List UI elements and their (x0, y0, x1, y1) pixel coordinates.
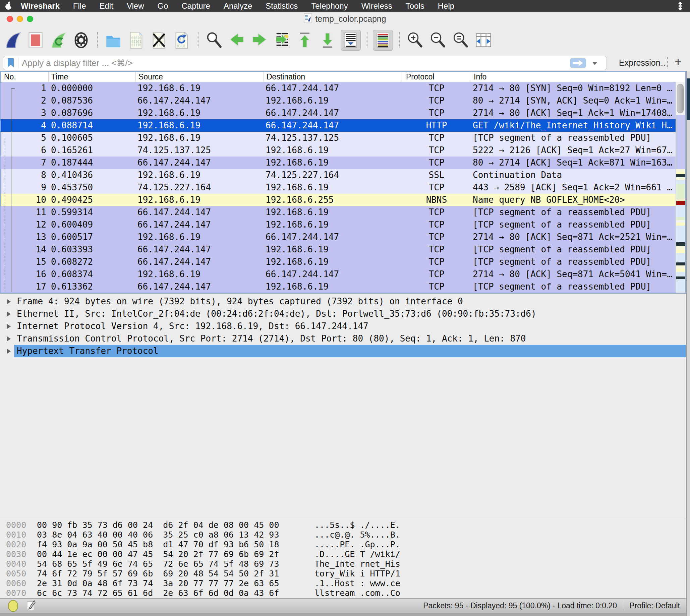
hex-ascii: llstream .com..Co (315, 588, 400, 598)
hex-row[interactable]: 00706c 6c 73 74 72 65 61 6d 2e 63 6f 6d … (0, 588, 686, 598)
toolbar-separator (97, 32, 98, 48)
packet-row-12[interactable]: 120.60040966.147.244.147192.168.6.19TCP[… (1, 219, 685, 231)
go-back-button[interactable] (227, 30, 247, 51)
display-filter-input[interactable] (3, 56, 607, 70)
menu-item-statistics[interactable]: Statistics (259, 0, 304, 12)
column-header-protocol[interactable]: Protocol (402, 72, 471, 82)
close-file-button[interactable]: 01010 01110 (149, 30, 169, 51)
packet-row-5[interactable]: 50.100605192.168.6.1974.125.137.125TCP[T… (1, 132, 685, 144)
packet-row-15[interactable]: 150.60827266.147.244.147192.168.6.19TCP[… (1, 256, 685, 268)
packet-row-4[interactable]: 40.088714192.168.6.1966.147.244.147HTTPG… (1, 119, 685, 132)
bookmark-icon[interactable] (7, 58, 15, 69)
capture-options-button[interactable] (71, 30, 91, 51)
stop-capture-button[interactable] (25, 30, 46, 51)
menu-item-capture[interactable]: Capture (175, 0, 217, 12)
restart-capture-button[interactable] (48, 30, 68, 51)
filter-history-caret[interactable] (592, 62, 598, 65)
packet-row-13[interactable]: 130.600517192.168.6.1966.147.244.147TCP2… (1, 231, 685, 243)
zoom-out-button[interactable] (428, 30, 448, 51)
column-header-time[interactable]: Time (48, 72, 135, 82)
packet-row-14[interactable]: 140.60339366.147.244.147192.168.6.19TCP[… (1, 243, 685, 256)
menu-item-view[interactable]: View (120, 0, 151, 12)
column-header-source[interactable]: Source (135, 72, 265, 82)
start-capture-button[interactable] (3, 30, 23, 51)
menu-item-help[interactable]: Help (431, 0, 461, 12)
minimize-window-button[interactable] (17, 16, 23, 22)
zoom-window-button[interactable] (27, 16, 33, 22)
zoom-in-button[interactable] (405, 30, 425, 51)
packet-list-scrollbar[interactable] (675, 82, 685, 292)
packet-row-17[interactable]: 170.61336266.147.244.147192.168.6.19TCP[… (1, 281, 685, 293)
go-forward-button[interactable] (250, 30, 269, 51)
auto-scroll-toggle[interactable] (341, 30, 361, 51)
hex-row[interactable]: 003000 44 1e ec 00 00 47 45 54 20 2f 77 … (0, 549, 686, 559)
detail-row[interactable]: Internet Protocol Version 4, Src: 192.16… (0, 320, 686, 332)
zoom-100-button[interactable] (451, 30, 471, 51)
find-packet-button[interactable] (204, 30, 224, 51)
expand-arrow-icon[interactable] (7, 299, 11, 304)
hex-row[interactable]: 005074 6f 72 79 5f 57 69 6b 69 20 48 54 … (0, 569, 686, 578)
column-header-destination[interactable]: Destination (263, 72, 402, 82)
minimap-stripe (676, 246, 685, 250)
packet-cell: 10 (1, 194, 46, 206)
profile-label[interactable]: Profile: Default (629, 601, 680, 610)
menu-item-go[interactable]: Go (151, 0, 175, 12)
expand-arrow-icon[interactable] (7, 311, 11, 317)
toolbar-separator (367, 32, 367, 48)
expert-info-icon[interactable] (7, 599, 19, 612)
menu-item-telephony[interactable]: Telephony (304, 0, 354, 12)
menu-item-wireshark[interactable]: Wireshark (13, 0, 66, 12)
last-packet-button[interactable] (318, 30, 338, 51)
hex-row[interactable]: 0020f4 93 0a 9a 00 50 45 b8 d1 47 70 df … (0, 540, 686, 549)
filter-input-divider (18, 57, 18, 69)
hex-row[interactable]: 004054 68 65 5f 49 6e 74 65 72 6e 65 74 … (0, 559, 686, 569)
apply-arrow-icon (572, 59, 584, 67)
menu-item-analyze[interactable]: Analyze (217, 0, 259, 12)
apple-menu[interactable] (5, 1, 13, 11)
packet-row-9[interactable]: 90.45375074.125.227.164192.168.6.19TCP44… (1, 181, 685, 194)
packet-cell: 11 (1, 206, 46, 219)
expand-arrow-icon[interactable] (7, 349, 11, 354)
packet-row-16[interactable]: 160.608374192.168.6.1966.147.244.147TCP2… (1, 268, 685, 281)
packet-cell: 192.168.6.19 (137, 82, 200, 94)
colorize-packets-toggle[interactable] (373, 30, 393, 51)
apply-filter-button[interactable] (570, 58, 586, 68)
column-header-no[interactable]: No. (1, 72, 46, 82)
scrollbar-thumb[interactable] (677, 84, 684, 113)
packet-row-1[interactable]: 10.000000192.168.6.1966.147.244.147TCP27… (1, 82, 685, 94)
packet-row-6[interactable]: 60.16526174.125.137.125192.168.6.19TCP52… (1, 144, 685, 156)
detail-row[interactable]: Ethernet II, Src: IntelCor_2f:04:de (00:… (0, 308, 686, 320)
dropbox-menu-icon[interactable] (676, 1, 685, 11)
menu-item-tools[interactable]: Tools (399, 0, 431, 12)
packet-row-11[interactable]: 110.59931466.147.244.147192.168.6.19TCP[… (1, 206, 685, 219)
detail-row[interactable]: Transmission Control Protocol, Src Port:… (0, 332, 686, 345)
detail-row[interactable]: Hypertext Transfer Protocol (0, 345, 686, 357)
column-header-info[interactable]: Info (471, 72, 675, 82)
hex-row[interactable]: 00602e 31 0d 0a 48 6f 73 74 3a 20 77 77 … (0, 578, 686, 588)
detail-row[interactable]: Frame 4: 924 bytes on wire (7392 bits), … (0, 295, 686, 308)
expand-arrow-icon[interactable] (7, 324, 11, 329)
menu-item-wireless[interactable]: Wireless (355, 0, 399, 12)
packet-row-2[interactable]: 20.08753666.147.244.147192.168.6.19TCP80… (1, 94, 685, 107)
first-packet-button[interactable] (295, 30, 315, 51)
close-window-button[interactable] (7, 16, 13, 22)
menu-item-edit[interactable]: Edit (93, 0, 120, 12)
filter-bar: Expression… + (0, 55, 690, 71)
packet-row-7[interactable]: 70.18744466.147.244.147192.168.6.19TCP80… (1, 156, 685, 169)
expand-arrow-icon[interactable] (7, 336, 11, 342)
packet-row-8[interactable]: 80.410436192.168.6.1974.125.227.164SSLCo… (1, 169, 685, 181)
filter-separator (667, 57, 668, 68)
expression-button[interactable]: Expression… (619, 58, 669, 68)
packet-row-10[interactable]: 100.490425192.168.6.19192.168.6.255NBNSN… (1, 194, 685, 206)
go-to-packet-button[interactable] (272, 30, 293, 51)
menu-item-file[interactable]: File (66, 0, 93, 12)
reload-file-button[interactable]: 1010 0110 (172, 30, 192, 51)
hex-row[interactable]: 000000 90 fb 35 73 d6 00 24 d6 2f 04 de … (0, 520, 686, 530)
packet-row-3[interactable]: 30.087696192.168.6.1966.147.244.147TCP27… (1, 107, 685, 119)
hex-row[interactable]: 001003 8e 04 63 40 00 40 06 35 25 c0 a8 … (0, 530, 686, 540)
save-file-button[interactable]: 01010 01101 01110 (126, 30, 146, 51)
resize-columns-button[interactable] (473, 30, 494, 51)
add-filter-button[interactable]: + (674, 55, 682, 69)
open-file-button[interactable] (103, 30, 123, 51)
capture-comment-icon[interactable]: 0110 (26, 600, 36, 612)
